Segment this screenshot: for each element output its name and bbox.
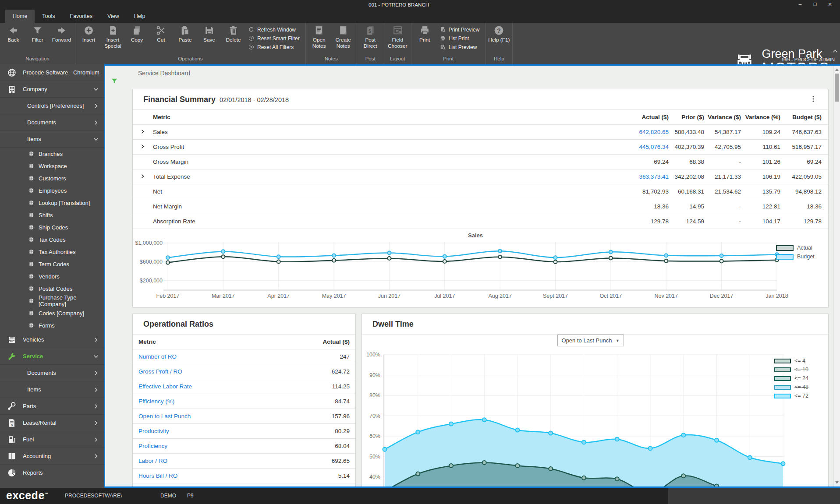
ratio-link[interactable]: Number of RO (138, 353, 340, 360)
ribbon-paste-button[interactable]: Paste (173, 23, 197, 43)
legend-item-48[interactable]: <= 48 (774, 383, 808, 391)
dwell-time-title: Dwell Time (372, 320, 414, 329)
sidebar-item-tax-authorities[interactable]: Tax Authorities (0, 246, 104, 258)
ribbon-post-direct-button[interactable]: $Post Direct (358, 23, 383, 49)
sidebar-item-lookup-translation[interactable]: Lookup [Translation] (0, 197, 104, 209)
sidebar-item-parts[interactable]: Parts (0, 398, 104, 415)
sidebar-item-items[interactable]: Items (0, 131, 104, 148)
sidebar-item-forms[interactable]: Forms (0, 319, 104, 331)
legend-item-72[interactable]: <= 72 (774, 391, 808, 400)
legend-item-budget[interactable]: Budget (776, 252, 815, 261)
plus-circle-icon (83, 25, 94, 36)
ribbon-delete-button[interactable]: Delete (221, 23, 245, 43)
sidebar-item-ship-codes[interactable]: Ship Codes (0, 221, 104, 233)
ribbon-open-notes-button[interactable]: Open Notes (307, 23, 331, 49)
close-button[interactable]: × (822, 0, 837, 10)
ribbon-help-f1-button[interactable]: ?Help (F1) (487, 23, 511, 43)
menu-tab-view[interactable]: View (100, 10, 127, 23)
menu-tab-tools[interactable]: Tools (35, 10, 62, 23)
expand-row-icon[interactable] (133, 144, 153, 151)
sidebar-item-items[interactable]: Items (0, 381, 104, 398)
ribbon-refresh-window-button[interactable]: Refresh Window (248, 26, 300, 33)
scroll-up-icon[interactable] (835, 68, 839, 71)
ribbon-insert-button[interactable]: Insert (77, 23, 101, 43)
status-environment: DEMO (160, 493, 176, 499)
menu-tab-help[interactable]: Help (127, 10, 153, 23)
variance-value: 42,705.95 (704, 144, 741, 150)
sidebar-item-codes-company[interactable]: Codes [Company] (0, 307, 104, 319)
ratio-link[interactable]: Productivity (138, 428, 335, 434)
sidebar-item-workspace[interactable]: Workspace (0, 160, 104, 172)
sidebar-item-procede-software-chromium[interactable]: Procede Software - Chromium (0, 64, 104, 81)
sidebar-item-service[interactable]: Service (0, 348, 104, 365)
legend-item-4[interactable]: <= 4 (774, 356, 808, 365)
sidebar-item-lease-rental[interactable]: $Lease/Rental (0, 415, 104, 431)
menu-tab-favorites[interactable]: Favorites (63, 10, 100, 23)
ratio-link[interactable]: Efficiency (%) (138, 398, 335, 405)
ratio-link[interactable]: Effective Labor Rate (138, 383, 332, 390)
legend-item-actual[interactable]: Actual (776, 243, 815, 252)
sidebar-item-customers[interactable]: Customers (0, 172, 104, 184)
sidebar-item-vendors[interactable]: Vendors (0, 270, 104, 282)
funnel-icon (32, 25, 43, 36)
ratio-link[interactable]: Proficiency (138, 443, 335, 449)
or-row-effective-labor-rate: Effective Labor Rate 114.25 (133, 379, 355, 394)
ratio-link[interactable]: Open to Last Punch (138, 413, 332, 419)
sidebar-item-tax-codes[interactable]: Tax Codes (0, 233, 104, 246)
ribbon-create-notes-button[interactable]: Create Notes (331, 23, 355, 49)
ratio-link[interactable]: Hours Bill / RO (138, 472, 338, 479)
restore-button[interactable]: ❐ (808, 0, 822, 10)
ribbon-list-preview-button[interactable]: List Preview (439, 44, 480, 50)
actual-value[interactable]: 642,820.65 (615, 129, 669, 135)
sidebar-item-label: Employees (39, 187, 67, 194)
filter-icon[interactable] (110, 77, 118, 85)
ratio-link[interactable]: Labor / RO (138, 458, 332, 464)
card-menu-button[interactable] (810, 95, 817, 103)
ratio-value: 692.65 (332, 458, 350, 464)
sidebar-item-company[interactable]: Company (0, 81, 104, 98)
dwell-metric-dropdown[interactable]: Open to Last Punch ▼ (557, 335, 624, 346)
sidebar-item-fuel[interactable]: Fuel (0, 431, 104, 448)
ribbon-reset-all-filters-button[interactable]: Reset All Filters (248, 44, 300, 50)
ribbon-back-button[interactable]: Back (1, 23, 25, 43)
sidebar-item-vehicles[interactable]: Vehicles (0, 331, 104, 348)
actual-value[interactable]: 445,076.34 (615, 144, 669, 150)
scrollbar-thumb[interactable] (835, 74, 839, 102)
ribbon-forward-button[interactable]: Forward (50, 23, 74, 43)
sidebar-item-branches[interactable]: Branches (0, 148, 104, 160)
ribbon-copy-button[interactable]: Copy (125, 23, 149, 43)
ribbon-save-button[interactable]: Save (197, 23, 221, 43)
legend-item-10[interactable]: <= 10 (774, 365, 808, 374)
ribbon-reset-smart-filter-button[interactable]: Reset Smart Filter (248, 35, 300, 42)
minimize-button[interactable]: – (793, 0, 808, 10)
ratio-link[interactable]: Gross Proft / RO (138, 368, 332, 375)
collapse-ribbon-icon[interactable] (832, 48, 838, 54)
sidebar-item-reports[interactable]: Reports (0, 465, 104, 481)
status-code: P9 (187, 493, 194, 499)
ribbon-cut-button[interactable]: Cut (149, 23, 173, 43)
vertical-scrollbar[interactable] (833, 66, 840, 486)
metric-label: Sales (153, 129, 168, 135)
sidebar-item-term-codes[interactable]: Term Codes (0, 258, 104, 270)
sidebar-item-employees[interactable]: Employees (0, 184, 104, 197)
expand-row-icon[interactable] (133, 173, 153, 180)
sidebar-item-postal-codes[interactable]: Postal Codes (0, 282, 104, 295)
sidebar-item-documents[interactable]: Documents (0, 365, 104, 381)
sidebar-item-purchase-type-company[interactable]: Purchase Type [Company] (0, 295, 104, 307)
sidebar-item-accounting[interactable]: Accounting (0, 448, 104, 465)
sidebar-item-controls-preferences[interactable]: Controls [Preferences] (0, 98, 104, 114)
ribbon-print-button[interactable]: Print (413, 23, 437, 43)
expand-row-icon[interactable] (133, 129, 153, 136)
ribbon-field-chooser-button[interactable]: Field Chooser (386, 23, 410, 49)
sidebar-item-shifts[interactable]: Shifts (0, 209, 104, 221)
ribbon-insert-special-button[interactable]: Insert Special (101, 23, 125, 49)
scroll-down-icon[interactable] (835, 481, 839, 484)
ribbon-list-print-button[interactable]: List Print (439, 35, 480, 42)
actual-value[interactable]: 363,373.41 (615, 173, 669, 180)
ribbon-filter-button[interactable]: Filter (25, 23, 50, 43)
actual-column-header: Actual ($) (323, 338, 350, 345)
ribbon-print-preview-button[interactable]: Print Preview (439, 26, 480, 33)
legend-item-24[interactable]: <= 24 (774, 374, 808, 383)
menu-tab-home[interactable]: Home (5, 10, 35, 23)
sidebar-item-documents[interactable]: Documents (0, 114, 104, 131)
